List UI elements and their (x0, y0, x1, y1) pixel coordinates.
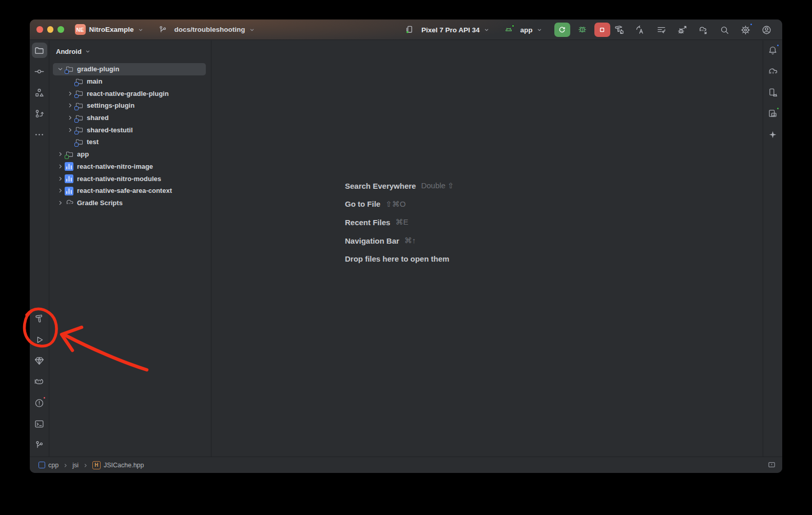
running-devices-tool-button[interactable] (765, 106, 781, 121)
project-name: NitroExample (89, 26, 134, 33)
window-controls (30, 26, 64, 33)
tree-item-shared-testutil[interactable]: shared-testutil (53, 124, 206, 136)
tree-item-label: gradle-plugin (77, 65, 119, 73)
header-file-icon: H (92, 461, 101, 469)
breadcrumb-item[interactable]: jsi (72, 462, 79, 469)
breadcrumb-label: JSICache.hpp (104, 462, 144, 469)
git-branch-icon (34, 440, 45, 450)
chevron-down-icon (84, 48, 91, 55)
rerun-button[interactable] (554, 23, 570, 37)
tree-item-gradle-scripts[interactable]: Gradle Scripts (53, 197, 206, 209)
branch-selector[interactable]: docs/troubleshooting (158, 25, 256, 35)
title-bar: NE NitroExample docs/troubleshooting Pix… (30, 19, 782, 40)
build-tool-button[interactable] (32, 311, 47, 326)
tree-item-react-native-nitro-modules[interactable]: react-native-nitro-modules (53, 172, 206, 185)
breadcrumb-item[interactable]: cpp (38, 462, 59, 469)
editor-area: Search EverywhereDouble ⇧Go to File⇧⌘ORe… (211, 41, 763, 457)
gradle-sync-icon (698, 25, 709, 35)
notifications-tool-button[interactable] (765, 43, 781, 58)
zoom-button[interactable] (57, 26, 64, 33)
tree-item-react-native-safe-area-context[interactable]: react-native-safe-area-context (53, 185, 206, 197)
tree-item-react-native-nitro-image[interactable]: react-native-nitro-image (53, 161, 206, 173)
attach-debugger-button[interactable] (675, 23, 689, 36)
notification-panel-icon (767, 461, 776, 469)
left-tool-stripe (30, 41, 49, 457)
tree-item-label: test (87, 138, 99, 146)
device-manager-tool-button[interactable] (765, 85, 781, 100)
tree-item-label: main (87, 77, 102, 85)
tree-item-react-native-gradle-plugin[interactable]: react-native-gradle-plugin (53, 87, 206, 100)
tree-chevron-icon[interactable] (65, 126, 75, 134)
stop-icon (597, 25, 607, 34)
structure-tool-button[interactable] (32, 85, 47, 100)
tree-item-shared[interactable]: shared (53, 112, 206, 124)
debug-bug-icon (577, 24, 588, 34)
project-view-selector[interactable]: Android (56, 46, 211, 56)
stop-button[interactable] (594, 23, 610, 37)
tree-item-test[interactable]: test (53, 136, 206, 148)
tree-chevron-icon[interactable] (55, 65, 65, 73)
build-button[interactable] (612, 23, 626, 36)
gradle-sync-button[interactable] (697, 23, 710, 36)
tree-item-gradle-plugin[interactable]: gradle-plugin (53, 63, 206, 75)
project-view-label: Android (56, 48, 82, 55)
version-control-tool-button[interactable] (32, 437, 47, 452)
more-tool-windows-tool-button[interactable] (32, 127, 47, 142)
gradle-elephant-icon (65, 198, 75, 207)
tree-chevron-icon[interactable] (65, 114, 75, 122)
project-tool-button[interactable] (32, 43, 47, 58)
run-config-name: app (520, 26, 533, 34)
gemini-ai-tool-button[interactable] (765, 127, 781, 142)
project-selector[interactable]: NitroExample (86, 26, 144, 33)
logcat-tool-button[interactable] (32, 374, 47, 389)
breadcrumb-item[interactable]: HJSICache.hpp (92, 461, 144, 469)
chevron-down-icon (137, 26, 144, 33)
branch-name: docs/troubleshooting (175, 26, 245, 33)
tree-item-app[interactable]: app (53, 148, 206, 161)
build-variants-button[interactable] (654, 23, 668, 36)
tree-item-label: settings-plugin (87, 102, 134, 109)
badge-dot (43, 396, 46, 400)
tree-chevron-spacer (65, 138, 75, 146)
notifications-panel-button[interactable] (767, 461, 776, 469)
badge-dot (776, 44, 780, 47)
tree-chevron-icon[interactable] (65, 89, 75, 97)
folder-app-icon (65, 150, 75, 159)
logcat-icon (34, 377, 45, 387)
tree-chevron-icon[interactable] (55, 187, 65, 195)
shortcut-keys: ⇧⌘O (385, 200, 405, 209)
terminal-tool-button[interactable] (32, 416, 47, 431)
tree-item-main[interactable]: main (53, 75, 206, 88)
tree-item-settings-plugin[interactable]: settings-plugin (53, 100, 206, 112)
run-config-selector[interactable]: app (504, 25, 543, 35)
app-quality-insights-tool-button[interactable] (32, 353, 47, 368)
search-everywhere-button[interactable] (718, 23, 731, 36)
gradle-tool-button[interactable] (765, 64, 781, 79)
tree-chevron-icon[interactable] (55, 199, 65, 207)
tree-chevron-spacer (65, 77, 75, 86)
commit-tool-button[interactable] (32, 64, 47, 79)
tree-chevron-icon[interactable] (55, 162, 65, 170)
code-with-ai-button[interactable] (633, 23, 647, 36)
device-selector[interactable]: Pixel 7 Pro API 34 (404, 25, 490, 35)
shortcut-hint-row: Go to File⇧⌘O (345, 199, 454, 209)
tree-item-label: react-native-gradle-plugin (87, 90, 169, 97)
minimize-button[interactable] (47, 26, 54, 33)
profile-icon (761, 25, 772, 35)
tree-chevron-icon[interactable] (55, 150, 65, 159)
settings-button[interactable] (739, 23, 752, 36)
gear-icon (740, 25, 751, 35)
run-tool-button[interactable] (32, 332, 47, 347)
profile-button[interactable] (760, 23, 773, 36)
debug-button[interactable] (577, 24, 588, 36)
tree-item-label: app (77, 150, 89, 158)
shortcut-hint-row: Search EverywhereDouble ⇧ (345, 181, 454, 191)
chevron-right-icon (62, 462, 69, 468)
folder-icon (34, 45, 45, 56)
git-graph-icon (34, 108, 45, 119)
pull-requests-tool-button[interactable] (32, 106, 47, 121)
tree-chevron-icon[interactable] (55, 174, 65, 183)
problems-tool-button[interactable] (32, 395, 47, 410)
tree-chevron-icon[interactable] (65, 102, 75, 110)
close-button[interactable] (36, 26, 43, 33)
